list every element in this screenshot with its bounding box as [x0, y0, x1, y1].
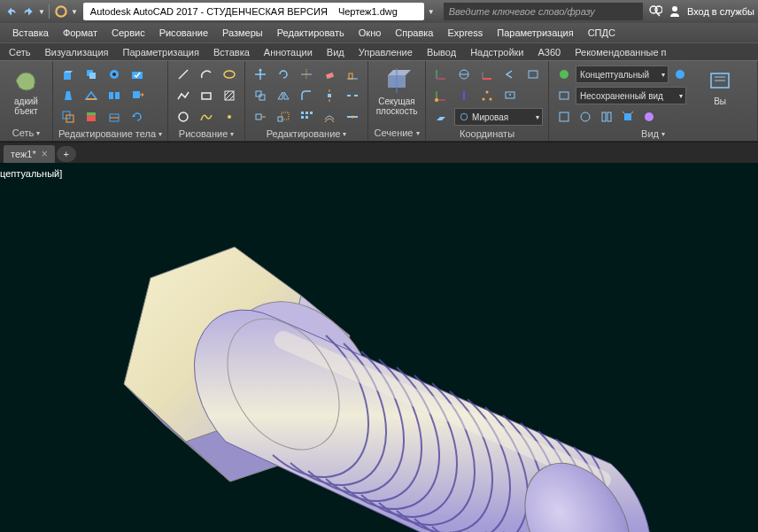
break-button[interactable]	[343, 86, 362, 105]
ucs-face-button[interactable]	[431, 107, 451, 127]
move-button[interactable]	[251, 65, 270, 84]
array-button[interactable]	[297, 107, 316, 127]
workspace-button[interactable]	[53, 4, 69, 19]
join-button[interactable]	[343, 107, 362, 127]
menu-help[interactable]: Справка	[388, 23, 440, 42]
workspace-dropdown-icon[interactable]: ▼	[71, 8, 78, 16]
hatch-button[interactable]	[220, 86, 239, 105]
ucs-world-button[interactable]	[454, 65, 474, 84]
rotate-face-button[interactable]	[128, 107, 147, 127]
offset-face-button[interactable]	[58, 107, 78, 127]
mirror-button[interactable]	[274, 86, 293, 105]
menu-dimensions[interactable]: Размеры	[215, 23, 270, 42]
rotate-button[interactable]	[274, 65, 293, 84]
view-btn-1[interactable]	[554, 107, 574, 127]
tab-visual[interactable]: Визуализация	[37, 43, 115, 60]
panel-title-draw[interactable]: Рисование▾	[174, 127, 239, 141]
extract-button[interactable]: Вы	[697, 65, 743, 127]
panel-title-edit[interactable]: Редактирование▾	[251, 127, 362, 141]
ellipse-button[interactable]	[220, 65, 239, 84]
new-tab-button[interactable]: +	[57, 146, 76, 162]
menu-param[interactable]: Параметризация	[490, 23, 580, 42]
tab-param[interactable]: Параметризация	[116, 43, 206, 60]
ucs-z-button[interactable]	[454, 86, 474, 105]
ucs-origin-button[interactable]	[431, 86, 451, 105]
offset-button[interactable]	[320, 107, 339, 127]
ucs-view-button[interactable]	[500, 86, 520, 105]
search-icon[interactable]	[648, 4, 662, 19]
erase-button[interactable]	[320, 65, 339, 84]
close-tab-icon[interactable]: ×	[42, 148, 48, 160]
line-button[interactable]	[174, 65, 193, 84]
panel-title-view[interactable]: Вид▾	[554, 127, 752, 141]
visual-style-icon[interactable]	[554, 65, 574, 84]
ucs-named-button[interactable]	[523, 65, 543, 84]
view-btn-5[interactable]	[639, 107, 659, 127]
ucs-x-button[interactable]	[477, 65, 497, 84]
menu-window[interactable]: Окно	[352, 23, 389, 42]
menu-express[interactable]: Express	[440, 23, 490, 42]
polyline-button[interactable]	[174, 86, 193, 105]
tab-recommended[interactable]: Рекомендованные п	[568, 43, 673, 60]
panel-title-mesh[interactable]: Сеть▾	[5, 125, 47, 141]
copy-button[interactable]	[251, 86, 270, 105]
saved-view-combo[interactable]: Несохраненный вид	[576, 87, 686, 104]
extrude-face-button[interactable]	[58, 65, 78, 84]
fillet-button[interactable]	[297, 86, 316, 105]
ucs-combo[interactable]: Мировая	[454, 108, 543, 126]
menu-format[interactable]: Формат	[56, 23, 104, 42]
taper-face-button[interactable]	[58, 86, 78, 105]
doc-tab-active[interactable]: теж1* ×	[4, 145, 55, 163]
align-button[interactable]	[343, 65, 362, 84]
menu-edit[interactable]: Редактировать	[270, 23, 352, 42]
ucs-icon-button[interactable]	[431, 65, 451, 84]
title-dropdown-icon[interactable]: ▼	[428, 8, 435, 16]
menu-service[interactable]: Сервис	[104, 23, 152, 42]
login-label[interactable]: Вход в службы	[687, 6, 754, 17]
tab-annotate[interactable]: Аннотации	[257, 43, 320, 60]
scale-button[interactable]	[274, 107, 293, 127]
circle-button[interactable]	[174, 107, 193, 127]
arc-button[interactable]	[197, 65, 216, 84]
separate-button[interactable]	[104, 86, 124, 105]
color-edge-button[interactable]	[81, 107, 101, 127]
view-btn-4[interactable]	[618, 107, 638, 127]
clean-button[interactable]	[104, 107, 124, 127]
panel-title-coords[interactable]: Координаты	[431, 127, 543, 141]
undo-button[interactable]	[4, 4, 19, 19]
view-btn-3[interactable]	[597, 107, 616, 127]
explode-button[interactable]	[320, 86, 339, 105]
stretch-button[interactable]	[251, 107, 270, 127]
redo-button[interactable]	[20, 4, 36, 19]
view-btn-2[interactable]	[576, 107, 595, 127]
panel-title-body-edit[interactable]: Редактирование тела▾	[58, 127, 162, 141]
imprint-button[interactable]	[81, 86, 101, 105]
trim-button[interactable]	[297, 65, 316, 84]
point-button[interactable]	[220, 107, 239, 127]
section-plane-button[interactable]: Секущаяплоскость	[374, 65, 420, 125]
menu-draw[interactable]: Рисование	[152, 23, 215, 42]
visual-style-combo[interactable]: Концептуальный	[576, 66, 669, 83]
qat-dropdown-icon[interactable]: ▼	[38, 8, 45, 16]
check-button[interactable]	[128, 65, 147, 84]
shell-button[interactable]	[104, 65, 124, 84]
tab-insert[interactable]: Вставка	[206, 43, 257, 60]
viewport[interactable]: цептуальный]	[0, 163, 758, 532]
move-face-button[interactable]	[128, 86, 147, 105]
ucs-3point-button[interactable]	[477, 86, 497, 105]
tab-view[interactable]: Вид	[320, 43, 352, 60]
saved-view-icon[interactable]	[554, 86, 574, 105]
tab-output[interactable]: Вывод	[420, 43, 463, 60]
spline-button[interactable]	[197, 107, 216, 127]
tab-a360[interactable]: A360	[531, 43, 568, 60]
menu-spds[interactable]: СПДС	[581, 23, 623, 42]
tab-manage[interactable]: Управление	[352, 43, 420, 60]
tab-mesh[interactable]: Сеть	[2, 43, 37, 60]
panel-title-section[interactable]: Сечение▾	[374, 125, 420, 141]
copy-edge-button[interactable]	[81, 65, 101, 84]
ucs-prev-button[interactable]	[500, 65, 520, 84]
smooth-object-button[interactable]: адкийбъект	[5, 65, 47, 125]
shade-button[interactable]	[670, 65, 690, 84]
search-input[interactable]: Введите ключевое слово/фразу	[444, 3, 643, 20]
rectangle-button[interactable]	[197, 86, 216, 105]
